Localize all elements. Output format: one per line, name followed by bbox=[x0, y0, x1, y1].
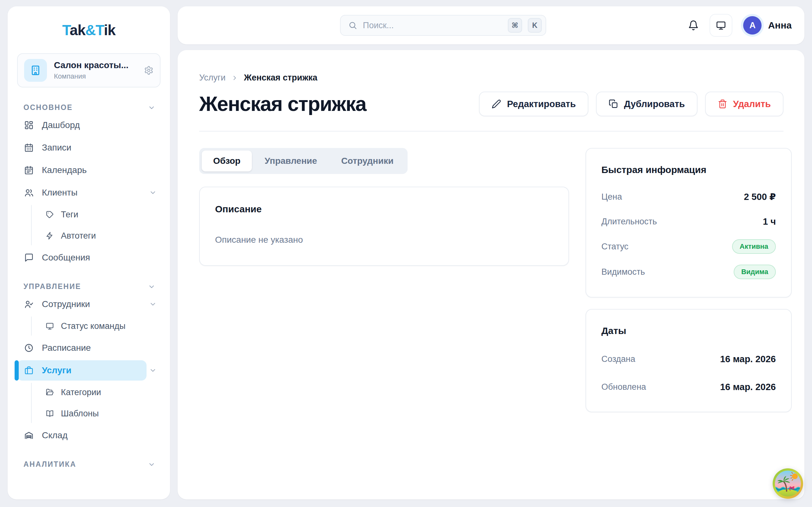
trash-icon bbox=[718, 99, 727, 109]
description-title: Описание bbox=[215, 204, 553, 215]
quick-info-card: Быстрая информация Цена 2 500 ₽ Длительн… bbox=[586, 148, 792, 297]
sidebar-item-warehouse[interactable]: Склад bbox=[17, 425, 160, 446]
sidebar-section-management[interactable]: УПРАВЛЕНИЕ bbox=[23, 282, 155, 291]
sidebar-item-team-status[interactable]: Статус команды bbox=[42, 317, 160, 336]
tab-management[interactable]: Управление bbox=[253, 151, 328, 171]
updated-value: 16 мар. 2026 bbox=[720, 382, 776, 392]
description-card: Описание Описание не указано bbox=[199, 187, 569, 266]
sidebar-section-main[interactable]: ОСНОВНОЕ bbox=[23, 103, 155, 112]
sidebar-item-categories[interactable]: Категории bbox=[42, 383, 160, 402]
sidebar-item-calendar[interactable]: Календарь bbox=[17, 160, 160, 180]
sidebar-item-label: Расписание bbox=[42, 343, 91, 353]
sidebar-item-records[interactable]: Записи bbox=[17, 137, 160, 158]
logo-part: T bbox=[96, 22, 104, 38]
user-menu[interactable]: А Анна bbox=[743, 16, 792, 35]
price-value: 2 500 ₽ bbox=[744, 191, 776, 202]
header-divider bbox=[199, 131, 783, 131]
sidebar-item-clients[interactable]: Клиенты bbox=[17, 182, 160, 203]
price-label: Цена bbox=[601, 192, 622, 202]
description-empty-text: Описание не указано bbox=[215, 235, 553, 245]
sidebar-item-label: Теги bbox=[61, 210, 78, 220]
chevron-down-icon bbox=[149, 367, 157, 374]
duplicate-button[interactable]: Дублировать bbox=[596, 92, 698, 116]
breadcrumb-services-link[interactable]: Услуги bbox=[199, 73, 225, 83]
sidebar-item-label: Дашборд bbox=[42, 120, 80, 130]
page-header: Женская стрижка Редактировать Дублироват… bbox=[199, 92, 792, 116]
duplicate-button-label: Дублировать bbox=[624, 99, 685, 109]
tab-overview[interactable]: Обзор bbox=[202, 151, 252, 171]
copy-icon bbox=[609, 99, 618, 109]
users-icon bbox=[24, 188, 34, 198]
section-label: УПРАВЛЕНИЕ bbox=[23, 282, 81, 291]
tab-staff[interactable]: Сотрудники bbox=[330, 151, 405, 171]
warehouse-icon bbox=[24, 431, 34, 440]
sidebar-item-dashboard[interactable]: Дашборд bbox=[17, 115, 160, 135]
tag-icon bbox=[46, 210, 54, 219]
edit-button[interactable]: Редактировать bbox=[479, 92, 589, 116]
duration-value: 1 ч bbox=[763, 216, 776, 227]
dates-title: Даты bbox=[601, 326, 776, 336]
sidebar-subgroup-services: Категории Шаблоны bbox=[31, 383, 160, 423]
kbd-k: K bbox=[528, 18, 542, 33]
logo-part: ak bbox=[70, 22, 85, 38]
status-badge: Активна bbox=[732, 239, 776, 254]
status-row: Статус Активна bbox=[601, 239, 776, 254]
breadcrumb: Услуги Женская стрижка bbox=[199, 73, 792, 83]
sidebar-item-messages[interactable]: Сообщения bbox=[17, 247, 160, 268]
sidebar-item-label: Календарь bbox=[42, 165, 87, 175]
duration-label: Длительность bbox=[601, 217, 657, 227]
quick-info-rows: Цена 2 500 ₽ Длительность 1 ч Статус Акт… bbox=[601, 190, 776, 279]
sidebar-item-schedule[interactable]: Расписание bbox=[17, 338, 160, 358]
vacation-island-button[interactable] bbox=[772, 468, 804, 499]
sidebar-nav: ОСНОВНОЕ Дашборд Записи Календарь Клиент… bbox=[17, 103, 160, 469]
sidebar: Tak&Tik Салон красоты... Компания ОСНОВН… bbox=[8, 6, 170, 499]
search-input[interactable] bbox=[363, 20, 502, 31]
tropical-island-icon bbox=[772, 468, 804, 499]
price-row: Цена 2 500 ₽ bbox=[601, 190, 776, 204]
updated-row: Обновлена 16 мар. 2026 bbox=[601, 380, 776, 394]
right-column: Быстрая информация Цена 2 500 ₽ Длительн… bbox=[586, 148, 792, 412]
avatar: А bbox=[743, 16, 762, 35]
logo-part: ik bbox=[104, 22, 115, 38]
topbar-right: А Анна bbox=[688, 6, 792, 44]
user-check-icon bbox=[24, 299, 34, 309]
sidebar-subgroup-staff: Статус команды bbox=[31, 317, 160, 336]
briefcase-icon bbox=[24, 366, 34, 375]
display-mode-button[interactable] bbox=[710, 14, 732, 37]
chevron-down-icon bbox=[148, 283, 155, 291]
app-logo[interactable]: Tak&Tik bbox=[17, 21, 160, 39]
search-bar[interactable]: ⌘ K bbox=[340, 15, 546, 36]
sidebar-item-label: Автотеги bbox=[61, 231, 96, 241]
visibility-row: Видимость Видима bbox=[601, 265, 776, 279]
sidebar-item-templates[interactable]: Шаблоны bbox=[42, 404, 160, 423]
sidebar-item-services[interactable]: Услуги bbox=[17, 360, 160, 381]
chevron-down-icon bbox=[149, 189, 157, 196]
clock-icon bbox=[24, 343, 34, 353]
dashboard-icon bbox=[24, 120, 34, 130]
sidebar-subgroup-clients: Теги Автотеги bbox=[31, 205, 160, 245]
topbar: ⌘ K А Анна bbox=[177, 6, 804, 44]
chevron-down-icon bbox=[148, 461, 155, 468]
delete-button[interactable]: Удалить bbox=[705, 92, 783, 116]
sidebar-item-staff[interactable]: Сотрудники bbox=[17, 294, 160, 314]
section-label: АНАЛИТИКА bbox=[23, 460, 77, 469]
section-label: ОСНОВНОЕ bbox=[23, 103, 72, 112]
gear-icon[interactable] bbox=[144, 66, 154, 75]
main-content: Услуги Женская стрижка Женская стрижка Р… bbox=[177, 50, 804, 499]
quick-info-title: Быстрая информация bbox=[601, 164, 776, 175]
sidebar-item-label: Услуги bbox=[42, 365, 71, 376]
duration-row: Длительность 1 ч bbox=[601, 215, 776, 228]
book-open-icon bbox=[46, 409, 54, 418]
company-switcher[interactable]: Салон красоты... Компания bbox=[17, 53, 160, 88]
notifications-button[interactable] bbox=[688, 20, 699, 31]
zap-icon bbox=[46, 232, 54, 240]
calendar-icon bbox=[24, 165, 34, 175]
sidebar-item-tags[interactable]: Теги bbox=[42, 205, 160, 224]
created-row: Создана 16 мар. 2026 bbox=[601, 352, 776, 366]
sidebar-item-label: Сотрудники bbox=[42, 299, 90, 309]
status-label: Статус bbox=[601, 242, 628, 251]
sidebar-section-analytics[interactable]: АНАЛИТИКА bbox=[23, 460, 155, 469]
sidebar-item-autotags[interactable]: Автотеги bbox=[42, 226, 160, 245]
chevron-down-icon bbox=[148, 104, 155, 112]
edit-button-label: Редактировать bbox=[507, 99, 576, 109]
